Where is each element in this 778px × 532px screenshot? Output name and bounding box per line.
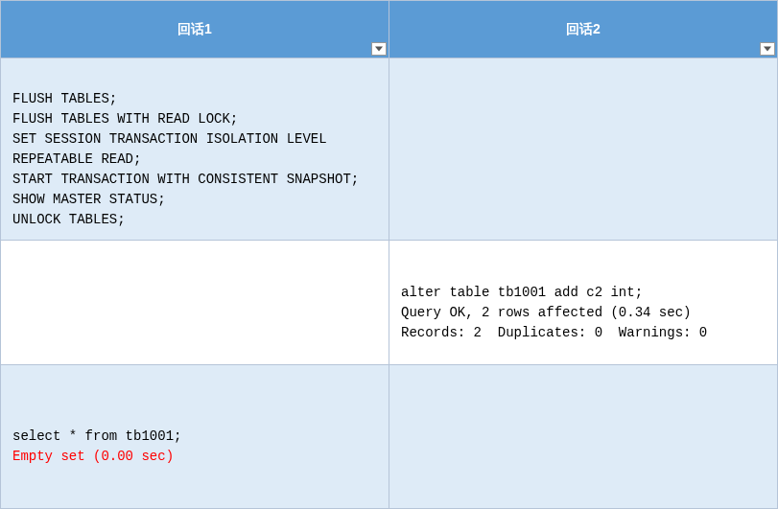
- cell-r2-c0: select * from tb1001;Empty set (0.00 sec…: [1, 365, 389, 509]
- cell-content: alter table tb1001 add c2 int;Query OK, …: [401, 263, 766, 343]
- filter-dropdown-icon[interactable]: [371, 42, 387, 56]
- cell-r1-c0: [1, 241, 389, 365]
- cell-content: FLUSH TABLES;FLUSH TABLES WITH READ LOCK…: [12, 69, 377, 230]
- filter-dropdown-icon[interactable]: [760, 42, 775, 56]
- sql-session-table: 回话1 回话2 FLUSH TABLES;FLUSH TABLES WITH R…: [0, 0, 778, 509]
- svg-marker-1: [764, 47, 771, 52]
- svg-marker-0: [375, 47, 383, 52]
- cell-r0-c0: FLUSH TABLES;FLUSH TABLES WITH READ LOCK…: [1, 58, 389, 241]
- table-row: alter table tb1001 add c2 int;Query OK, …: [1, 241, 778, 365]
- cell-content: select * from tb1001;Empty set (0.00 sec…: [12, 406, 377, 467]
- header-row: 回话1 回话2: [1, 1, 778, 58]
- table-row: FLUSH TABLES;FLUSH TABLES WITH READ LOCK…: [1, 58, 778, 241]
- cell-r2-c1: [389, 365, 778, 509]
- cell-r1-c1: alter table tb1001 add c2 int;Query OK, …: [389, 241, 778, 365]
- header-session-2[interactable]: 回话2: [389, 1, 778, 58]
- header-label-1: 回话1: [177, 21, 212, 36]
- table-row: select * from tb1001;Empty set (0.00 sec…: [1, 365, 778, 509]
- header-label-2: 回话2: [566, 21, 601, 36]
- header-session-1[interactable]: 回话1: [1, 1, 389, 58]
- cell-r0-c1: [389, 58, 778, 241]
